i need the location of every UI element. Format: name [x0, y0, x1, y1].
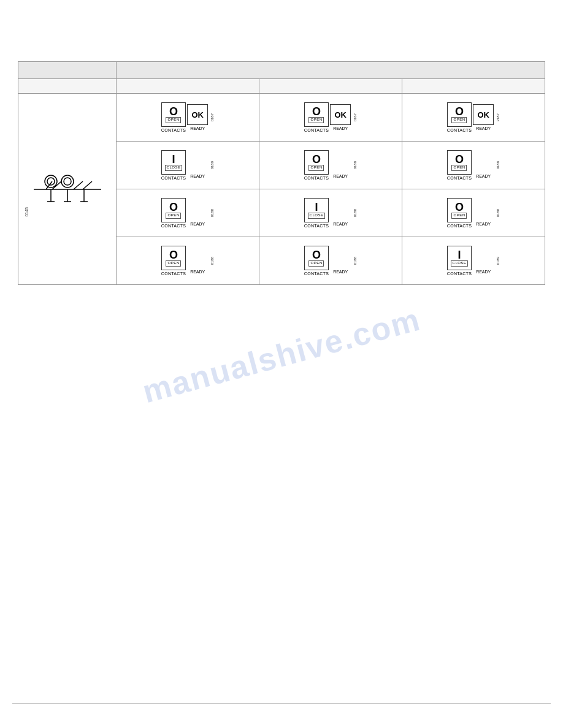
sub-header-col2: [259, 79, 402, 94]
main-table: 0145 O OPEN CONTACTS: [18, 61, 545, 285]
cell-content: I CLOSE CONTACTS READY 0189: [406, 242, 541, 279]
indicator-letter: I: [315, 202, 318, 213]
ok-label: READY: [476, 126, 491, 131]
indicator-letter: O: [169, 249, 178, 260]
cell-content: I CLOSE CONTACTS READY 0188: [263, 194, 398, 232]
ok-letter: OK: [477, 110, 489, 119]
cell-content: O OPEN CONTACTS OK READY 0187: [120, 99, 255, 136]
indicator-sub: OPEN: [308, 165, 324, 170]
ready-box-group: READY: [187, 248, 208, 274]
table-cell: I CLOSE CONTACTS READY 0188: [259, 189, 402, 237]
contact-box: I CLOSE CONTACTS: [304, 198, 329, 228]
ok-label: READY: [333, 222, 348, 226]
cell-content: O OPEN CONTACTS READY 0188: [120, 194, 255, 232]
table-cell: O OPEN CONTACTS READY 0188: [117, 189, 259, 237]
svg-line-7: [74, 181, 83, 189]
contact-label: CONTACTS: [304, 176, 329, 180]
contact-box: O OPEN CONTACTS: [304, 150, 329, 180]
contact-label: CONTACTS: [161, 128, 186, 132]
contact-box: O OPEN CONTACTS: [304, 102, 329, 132]
indicator-sub: OPEN: [451, 213, 467, 218]
ready-box-group: READY: [187, 152, 208, 178]
indicator-letter: O: [169, 106, 178, 117]
empty-box: [473, 200, 494, 221]
table-cell: O OPEN CONTACTS OK READY 0167: [259, 94, 402, 142]
indicator-box: O OPEN: [304, 102, 329, 127]
indicator-box: O OPEN: [161, 246, 186, 270]
watermark: manualshive.com: [139, 301, 424, 411]
contact-label: CONTACTS: [447, 224, 472, 228]
contact-box: O OPEN CONTACTS: [161, 246, 186, 276]
ok-letter: OK: [191, 110, 204, 119]
ready-box-group: READY: [473, 248, 494, 274]
ok-label: READY: [476, 270, 491, 274]
ready-box-group: READY: [187, 200, 208, 226]
ref-num: 2187: [496, 113, 500, 121]
symbol-container: 0145: [22, 156, 112, 223]
svg-point-2: [61, 175, 74, 188]
cell-content: O OPEN CONTACTS READY 0188: [263, 146, 398, 184]
indicator-box: O OPEN: [447, 102, 472, 127]
ready-box-group: READY: [473, 200, 494, 226]
contact-label: CONTACTS: [161, 176, 186, 180]
ready-box-group: READY: [473, 152, 494, 178]
ref-num: 0167: [353, 113, 357, 121]
cell-content: O OPEN CONTACTS OK READY 2187: [406, 99, 541, 136]
indicator-box: I CLOSE: [161, 150, 186, 175]
empty-box: [330, 152, 351, 173]
contact-box: O OPEN CONTACTS: [447, 198, 472, 228]
ok-box-group: OK READY: [330, 104, 351, 131]
empty-box: [473, 152, 494, 173]
ref-num: 0188: [496, 161, 500, 169]
indicator-sub: OPEN: [166, 260, 181, 266]
indicator-sub: OPEN: [166, 117, 181, 123]
contact-label: CONTACTS: [304, 224, 329, 228]
table-cell: O OPEN CONTACTS READY 0188: [259, 237, 402, 285]
contact-box: O OPEN CONTACTS: [447, 150, 472, 180]
indicator-sub: OPEN: [166, 213, 181, 218]
ok-label: READY: [476, 222, 491, 226]
ok-label: READY: [333, 174, 348, 178]
ref-num: 0189: [496, 257, 500, 265]
ok-label: READY: [333, 270, 348, 274]
sub-header-symbol: [18, 79, 117, 94]
sub-header-row: [18, 79, 545, 94]
ok-label: READY: [190, 270, 205, 274]
contact-label: CONTACTS: [304, 271, 329, 276]
indicator-sub: CLOSE: [308, 213, 326, 218]
ok-box-group: OK READY: [187, 104, 208, 131]
header-row: [18, 62, 545, 79]
indicator-box: O OPEN: [161, 102, 186, 127]
ref-num: 0188: [353, 257, 357, 265]
indicator-sub: OPEN: [308, 117, 324, 123]
indicator-box: O OPEN: [447, 198, 472, 222]
empty-box: [187, 248, 208, 268]
ref-num: 0188: [210, 209, 214, 217]
table-cell: I CLOSE CONTACTS READY 0189: [117, 142, 259, 189]
table-cell: O OPEN CONTACTS READY 0188: [402, 189, 545, 237]
table-cell: I CLOSE CONTACTS READY 0189: [402, 237, 545, 285]
contact-box: O OPEN CONTACTS: [304, 246, 329, 276]
indicator-box: I CLOSE: [304, 198, 329, 222]
contact-label: CONTACTS: [304, 128, 329, 132]
empty-box: [187, 200, 208, 221]
indicator-letter: O: [455, 154, 464, 165]
ref-num: 0188: [496, 209, 500, 217]
empty-box: [330, 200, 351, 221]
cell-content: O OPEN CONTACTS OK READY 0167: [263, 99, 398, 136]
sub-header-col1: [117, 79, 259, 94]
ok-box: OK: [473, 104, 494, 125]
bottom-line: [12, 703, 551, 703]
contact-label: CONTACTS: [161, 271, 186, 276]
cell-content: O OPEN CONTACTS READY 0188: [406, 146, 541, 184]
sub-header-col3: [402, 79, 545, 94]
symbol-cell: 0145: [18, 94, 117, 285]
ref-num: 0188: [353, 161, 357, 169]
indicator-letter: I: [458, 249, 461, 260]
ok-label: READY: [190, 174, 205, 178]
ok-label: READY: [190, 222, 205, 226]
table-cell: O OPEN CONTACTS READY 0188: [402, 142, 545, 189]
contact-label: CONTACTS: [447, 128, 472, 132]
empty-box: [473, 248, 494, 268]
contact-box: O OPEN CONTACTS: [447, 102, 472, 132]
